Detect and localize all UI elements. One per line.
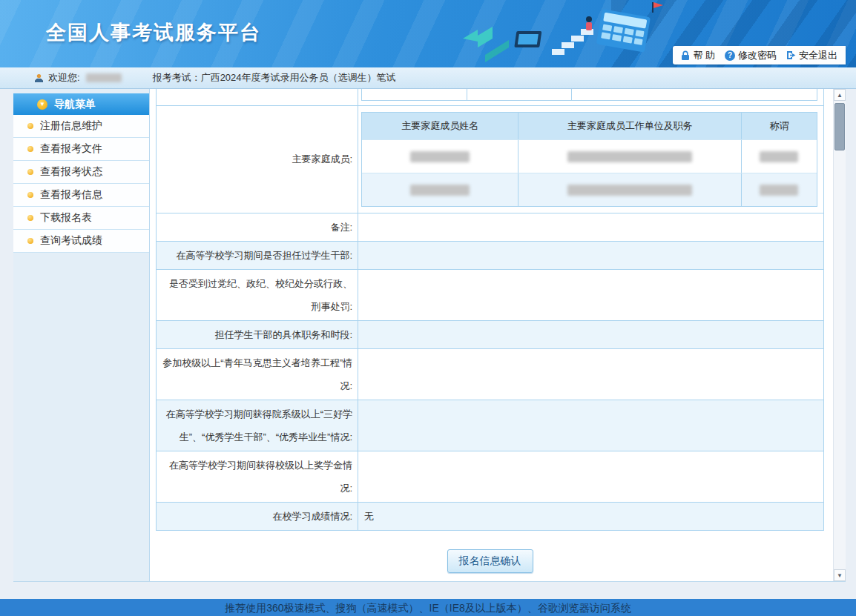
- redacted-name: [410, 185, 470, 196]
- column-header: 主要家庭成员姓名: [362, 113, 518, 139]
- field-label: 在高等学校学习期间是否担任过学生干部:: [157, 242, 358, 269]
- user-icon: [34, 73, 44, 83]
- sidebar-item-exam-info[interactable]: 查看报考信息: [13, 184, 149, 207]
- field-label: 在高等学校学习期间获得院系级以上“三好学生”、“优秀学生干部”、“优秀毕业生”情…: [157, 400, 358, 451]
- chevron-down-icon: ▼: [37, 99, 47, 110]
- field-label: 主要家庭成员:: [157, 106, 358, 213]
- form-row: 在高等学校学习期间获得校级以上奖学金情况:: [157, 451, 823, 503]
- field-value: [358, 321, 823, 348]
- help-button[interactable]: 帮 助: [681, 49, 715, 62]
- form-row: 在高等学校学习期间是否担任过学生干部:: [157, 242, 823, 270]
- field-label: 在高等学校学习期间获得校级以上奖学金情况:: [157, 451, 358, 502]
- field-value: [358, 242, 823, 269]
- redacted-name: [410, 151, 470, 162]
- form-row: 备注:: [157, 213, 823, 242]
- sidebar-item-exam-documents[interactable]: 查看报考文件: [13, 138, 149, 161]
- field-label: 备注:: [157, 213, 358, 241]
- main-layout: ▼ 导航菜单 注册信息维护 查看报考文件 查看报考状态 查看报考信息 下载报名表: [13, 89, 846, 582]
- field-value: [358, 451, 823, 502]
- site-title: 全国人事考试服务平台: [46, 19, 261, 46]
- lock-icon: [681, 50, 690, 61]
- form-row-clipped: [157, 89, 823, 106]
- bullet-icon: [27, 238, 33, 244]
- bullet-icon: [27, 169, 33, 175]
- form-row-family: 主要家庭成员: 主要家庭成员姓名 主要家庭成员工作单位及职务 称谓: [157, 106, 823, 213]
- field-value: [358, 270, 823, 320]
- field-value: [358, 400, 823, 451]
- user-name-redacted: [86, 73, 122, 82]
- sidebar-item-register-info[interactable]: 注册信息维护: [13, 115, 149, 138]
- welcome-bar: 欢迎您: 报考考试：广西2024年度考试录用公务员（选调生）笔试: [0, 67, 856, 89]
- exit-icon: [786, 50, 796, 60]
- field-value: 无: [358, 503, 823, 530]
- bullet-icon: [27, 192, 33, 198]
- vertical-scrollbar[interactable]: ▲ ▼: [833, 89, 846, 581]
- nav-menu-header[interactable]: ▼ 导航菜单: [13, 93, 149, 115]
- family-table-header: 主要家庭成员姓名 主要家庭成员工作单位及职务 称谓: [362, 113, 817, 139]
- scroll-down-button[interactable]: ▼: [834, 569, 846, 581]
- family-members-table: 主要家庭成员姓名 主要家庭成员工作单位及职务 称谓: [361, 112, 817, 207]
- bullet-icon: [27, 123, 33, 129]
- sidebar: ▼ 导航菜单 注册信息维护 查看报考文件 查看报考状态 查看报考信息 下载报名表: [13, 89, 150, 581]
- change-password-button[interactable]: ? 修改密码: [725, 49, 777, 62]
- redacted-relation: [760, 185, 798, 196]
- banner-illustration: [457, 1, 679, 67]
- redacted-relation: [760, 151, 798, 162]
- utility-bar: 帮 助 ? 修改密码 安全退出: [673, 46, 846, 64]
- sidebar-menu: 注册信息维护 查看报考文件 查看报考状态 查看报考信息 下载报名表 查询考试成绩: [13, 115, 149, 253]
- field-label: 参加校级以上“青年马克思主义者培养工程”情况:: [157, 349, 358, 400]
- welcome-label: 欢迎您:: [48, 71, 80, 85]
- family-row: [362, 139, 817, 173]
- field-label: 担任学生干部的具体职务和时段:: [157, 321, 358, 348]
- scrollbar-thumb[interactable]: [834, 103, 845, 150]
- sidebar-item-download-form[interactable]: 下载报名表: [13, 207, 149, 230]
- redacted-employer: [567, 151, 692, 162]
- form-row: 参加校级以上“青年马克思主义者培养工程”情况:: [157, 349, 823, 400]
- sidebar-item-exam-results[interactable]: 查询考试成绩: [13, 230, 149, 253]
- confirm-registration-button[interactable]: 报名信息确认: [447, 549, 533, 573]
- form-row: 是否受到过党纪、政纪、校纪处分或行政、刑事处罚:: [157, 270, 823, 321]
- form-row: 在校学习成绩情况: 无: [157, 503, 823, 530]
- question-icon: ?: [725, 50, 735, 61]
- field-label: 在校学习成绩情况:: [157, 503, 358, 530]
- field-label: 是否受到过党纪、政纪、校纪处分或行政、刑事处罚:: [157, 270, 358, 320]
- logout-button[interactable]: 安全退出: [786, 49, 837, 62]
- bullet-icon: [27, 215, 33, 221]
- nav-menu-title: 导航菜单: [54, 98, 96, 111]
- registration-form-table: 主要家庭成员: 主要家庭成员姓名 主要家庭成员工作单位及职务 称谓: [156, 89, 824, 531]
- redacted-employer: [567, 185, 692, 196]
- browser-recommendation: 推荐使用360极速模式、搜狗（高速模式）、IE（IE8及以上版本）、谷歌浏览器访…: [225, 602, 631, 616]
- sidebar-item-exam-status[interactable]: 查看报考状态: [13, 161, 149, 184]
- column-header: 称谓: [742, 113, 817, 139]
- confirm-row: 报名信息确认: [156, 549, 824, 573]
- field-value: [358, 213, 823, 241]
- form-row: 在高等学校学习期间获得院系级以上“三好学生”、“优秀学生干部”、“优秀毕业生”情…: [157, 400, 823, 451]
- column-header: 主要家庭成员工作单位及职务: [518, 113, 741, 139]
- field-value: [358, 349, 823, 400]
- app-header: 全国人事考试服务平台: [0, 0, 856, 67]
- page-footer: 推荐使用360极速模式、搜狗（高速模式）、IE（IE8及以上版本）、谷歌浏览器访…: [0, 599, 856, 616]
- field-label: [157, 89, 358, 105]
- clipped-nested-table: [361, 89, 817, 101]
- content-area: 主要家庭成员: 主要家庭成员姓名 主要家庭成员工作单位及职务 称谓: [150, 89, 833, 581]
- form-row: 担任学生干部的具体职务和时段:: [157, 321, 823, 349]
- scroll-up-button[interactable]: ▲: [834, 89, 846, 101]
- bullet-icon: [27, 146, 33, 152]
- family-row: [362, 173, 817, 206]
- exam-info: 报考考试：广西2024年度考试录用公务员（选调生）笔试: [153, 71, 396, 85]
